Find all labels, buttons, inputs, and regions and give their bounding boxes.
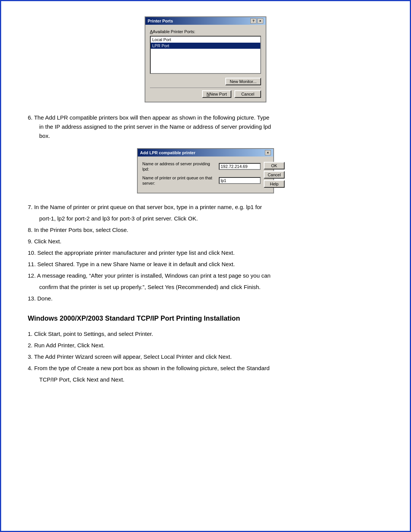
printer-ports-dialog-container: Printer Ports ? × AAvailable Printer Por… — [28, 16, 383, 102]
dialog-separator — [150, 88, 261, 88]
step-9-text: 9. Click Next. — [28, 237, 383, 246]
lpr-fields: Name or address of server providing lpd:… — [142, 161, 261, 189]
lpr-field1-label: Name or address of server providing lpd: — [142, 161, 217, 172]
printer-ports-title: Printer Ports — [148, 19, 173, 23]
tcp-step-4: 4. From the type of Create a new port bo… — [28, 364, 383, 373]
step-13-text: 13. Done. — [28, 294, 383, 303]
lpr-body: Name or address of server providing lpd:… — [138, 157, 273, 193]
lpr-dialog-container: Add LPR compatible printer × Name or add… — [28, 148, 383, 193]
step-11-text: 11. Select Shared. Type in a new Share N… — [28, 260, 383, 269]
lpr-title: Add LPR compatible printer — [140, 150, 195, 155]
section-heading: Windows 2000/XP/2003 Standard TCP/IP Por… — [28, 314, 383, 323]
printer-ports-body: AAvailable Printer Ports: Local Port LPR… — [145, 25, 266, 102]
lpr-field2-input[interactable] — [219, 177, 261, 184]
lpr-side-buttons: OK Cancel Help — [264, 161, 285, 189]
tcp-step-4-cont: TCP/IP Port, Click Next and Next. — [39, 375, 383, 384]
tcp-steps-block: 1. Click Start, point to Settings, and s… — [28, 329, 383, 384]
tcp-step-3: 3. The Add Printer Wizard screen will ap… — [28, 352, 383, 361]
lpr-field2-label: Name of printer or print queue on that s… — [142, 175, 217, 186]
lpr-dialog: Add LPR compatible printer × Name or add… — [137, 148, 274, 193]
step-6-text: 6. The Add LPR compatible printers box w… — [28, 113, 383, 141]
titlebar-buttons: ? × — [250, 18, 263, 24]
lpr-help-button[interactable]: Help — [264, 180, 285, 188]
step-12a-text: 12. A message reading, “After your print… — [28, 271, 383, 280]
printer-ports-titlebar: Printer Ports ? × — [145, 17, 266, 25]
dialog-bottom-buttons: NNew Port Cancel — [150, 90, 261, 98]
lpr-field1-row: Name or address of server providing lpd: — [142, 161, 261, 172]
lpr-field1-input[interactable] — [219, 163, 261, 170]
help-button[interactable]: ? — [250, 18, 256, 24]
step-7-text-cont: port-1, lp2 for port-2 and lp3 for port-… — [39, 214, 383, 223]
steps-7-13: 7. In the Name of printer or print queue… — [28, 203, 383, 303]
lpr-close-button[interactable]: × — [265, 150, 271, 155]
step-6-block: 6. The Add LPR compatible printers box w… — [28, 113, 383, 141]
cancel-button[interactable]: Cancel — [234, 90, 261, 98]
tcp-step-1: 1. Click Start, point to Settings, and s… — [28, 329, 383, 339]
page-content: Printer Ports ? × AAvailable Printer Por… — [1, 1, 410, 415]
lpr-titlebar: Add LPR compatible printer × — [138, 149, 273, 157]
step-10-text: 10. Select the appropriate printer manuf… — [28, 248, 383, 257]
printer-ports-listbox[interactable]: Local Port LPR Port — [150, 36, 261, 74]
printer-ports-dialog: Printer Ports ? × AAvailable Printer Por… — [145, 16, 266, 102]
tcp-step-2: 2. Run Add Printer, Click Next. — [28, 341, 383, 350]
step-12b-text: confirm that the printer is set up prope… — [39, 283, 383, 292]
new-port-button[interactable]: NNew Port — [202, 90, 231, 98]
step-7-text: 7. In the Name of printer or print queue… — [28, 203, 383, 212]
lpr-ok-button[interactable]: OK — [264, 162, 285, 169]
new-monitor-row: New Monitor... — [150, 78, 261, 85]
lpr-field2-row: Name of printer or print queue on that s… — [142, 175, 261, 186]
lpr-port-item[interactable]: LPR Port — [151, 43, 260, 49]
local-port-item[interactable]: Local Port — [151, 37, 260, 43]
lpr-cancel-button[interactable]: Cancel — [264, 171, 285, 179]
available-ports-label: AAvailable Printer Ports: — [150, 29, 261, 34]
new-monitor-button[interactable]: New Monitor... — [225, 78, 261, 85]
close-button[interactable]: × — [257, 18, 263, 24]
step-8-text: 8. In the Printer Ports box, select Clos… — [28, 225, 383, 235]
